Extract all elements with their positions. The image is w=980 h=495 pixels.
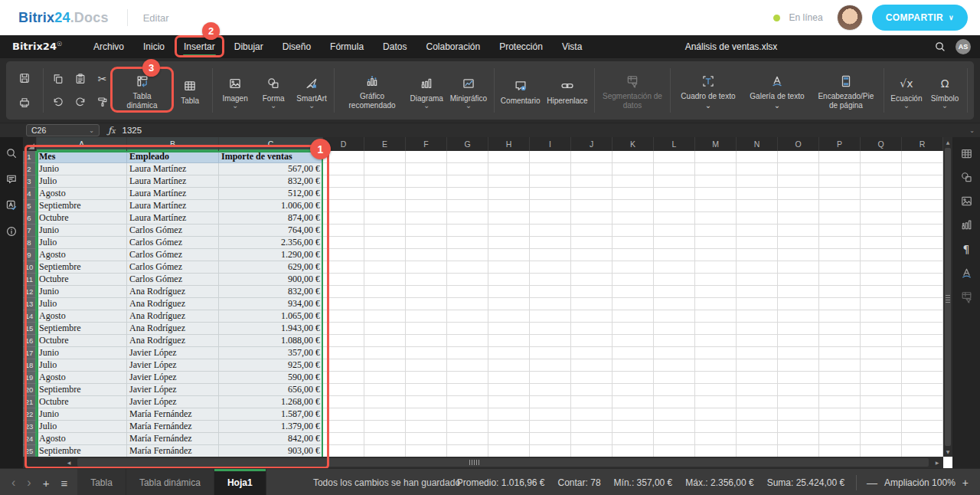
cell-Q16[interactable]: [861, 335, 902, 347]
cell-B12[interactable]: Ana Rodríguez: [127, 286, 219, 298]
cell-K22[interactable]: [612, 408, 654, 421]
cell-M19[interactable]: [695, 372, 737, 384]
col-header-Q[interactable]: Q: [861, 137, 902, 151]
cell-K20[interactable]: [612, 384, 654, 396]
cell-R3[interactable]: [902, 175, 943, 188]
cell-A25[interactable]: Septiembre: [37, 445, 127, 457]
cell-L8[interactable]: [654, 237, 695, 249]
row-header-11[interactable]: 11: [23, 274, 37, 286]
cell-P16[interactable]: [819, 335, 861, 347]
cell-D16[interactable]: [323, 335, 364, 347]
col-header-R[interactable]: R: [902, 137, 943, 151]
cell-M6[interactable]: [695, 212, 737, 225]
cell-M10[interactable]: [695, 261, 737, 274]
cell-G25[interactable]: [447, 445, 488, 457]
cell-K9[interactable]: [612, 249, 654, 261]
col-header-A[interactable]: A: [37, 137, 127, 151]
cell-A11[interactable]: Octubre: [37, 274, 127, 286]
cell-B8[interactable]: Carlos Gómez: [127, 237, 219, 249]
cell-R9[interactable]: [902, 249, 943, 261]
cell-J14[interactable]: [571, 310, 612, 323]
insert-diagram-button[interactable]: Diagrama⌄: [407, 73, 446, 109]
cell-F6[interactable]: [406, 212, 447, 225]
cell-H8[interactable]: [488, 237, 530, 249]
cell-D22[interactable]: [323, 408, 364, 421]
cell-F19[interactable]: [406, 372, 447, 384]
cell-K24[interactable]: [612, 433, 654, 445]
cell-C20[interactable]: 656,00 €: [219, 384, 323, 396]
cell-J7[interactable]: [571, 225, 612, 237]
cell-G3[interactable]: [447, 175, 488, 188]
cell-L10[interactable]: [654, 261, 695, 274]
insert-image-button[interactable]: Imagen⌄: [216, 73, 254, 109]
cell-I7[interactable]: [530, 225, 571, 237]
cell-M3[interactable]: [695, 175, 737, 188]
cell-L22[interactable]: [654, 408, 695, 421]
cell-D10[interactable]: [323, 261, 364, 274]
cell-R18[interactable]: [902, 359, 943, 372]
cell-F12[interactable]: [406, 286, 447, 298]
col-header-K[interactable]: K: [612, 137, 654, 151]
cell-H17[interactable]: [488, 347, 530, 359]
cell-I18[interactable]: [530, 359, 571, 372]
cell-R15[interactable]: [902, 323, 943, 335]
cell-P23[interactable]: [819, 421, 861, 433]
cell-Q17[interactable]: [861, 347, 902, 359]
cell-Q12[interactable]: [861, 286, 902, 298]
cell-L23[interactable]: [654, 421, 695, 433]
cell-L6[interactable]: [654, 212, 695, 225]
cell-D6[interactable]: [323, 212, 364, 225]
cell-J24[interactable]: [571, 433, 612, 445]
cell-E23[interactable]: [364, 421, 406, 433]
cell-H19[interactable]: [488, 372, 530, 384]
cell-D5[interactable]: [323, 200, 364, 212]
cell-E8[interactable]: [364, 237, 406, 249]
cell-B3[interactable]: Laura Martínez: [127, 175, 219, 188]
cell-C1[interactable]: Importe de ventas: [219, 151, 323, 163]
cell-K12[interactable]: [612, 286, 654, 298]
cell-J17[interactable]: [571, 347, 612, 359]
cell-G18[interactable]: [447, 359, 488, 372]
cell-A13[interactable]: Julio: [37, 298, 127, 310]
cell-D12[interactable]: [323, 286, 364, 298]
cell-O23[interactable]: [778, 421, 819, 433]
cell-I21[interactable]: [530, 396, 571, 408]
cell-J23[interactable]: [571, 421, 612, 433]
pivot-table-button[interactable]: Tabla dinámica3: [113, 70, 171, 111]
cell-B21[interactable]: Javier López: [127, 396, 219, 408]
cell-E6[interactable]: [364, 212, 406, 225]
cell-J13[interactable]: [571, 298, 612, 310]
cell-P8[interactable]: [819, 237, 861, 249]
cell-A22[interactable]: Junio: [37, 408, 127, 421]
cell-A6[interactable]: Octubre: [37, 212, 127, 225]
cell-E22[interactable]: [364, 408, 406, 421]
cell-L16[interactable]: [654, 335, 695, 347]
cell-J22[interactable]: [571, 408, 612, 421]
cell-J1[interactable]: [571, 151, 612, 163]
cell-F7[interactable]: [406, 225, 447, 237]
col-header-I[interactable]: I: [530, 137, 571, 151]
cell-O6[interactable]: [778, 212, 819, 225]
zoom-out-button[interactable]: —: [867, 477, 877, 488]
cell-F23[interactable]: [406, 421, 447, 433]
cell-M23[interactable]: [695, 421, 737, 433]
cell-C12[interactable]: 832,00 €: [219, 286, 323, 298]
add-sheet-icon[interactable]: +: [43, 477, 50, 489]
cell-A1[interactable]: Mes: [37, 151, 127, 163]
cell-M14[interactable]: [695, 310, 737, 323]
chevron-down-icon[interactable]: ⌄: [89, 127, 94, 134]
cell-Q23[interactable]: [861, 421, 902, 433]
cell-P4[interactable]: [819, 188, 861, 200]
cell-B24[interactable]: María Fernández: [127, 433, 219, 445]
header-footer-button[interactable]: Encabezado/Pie de página: [812, 70, 880, 111]
horizontal-scroll-thumb[interactable]: [77, 458, 929, 467]
cell-I22[interactable]: [530, 408, 571, 421]
col-header-J[interactable]: J: [571, 137, 612, 151]
sheet-list-icon[interactable]: ≡: [60, 477, 67, 489]
cell-C7[interactable]: 764,00 €: [219, 225, 323, 237]
cell-A9[interactable]: Agosto: [37, 249, 127, 261]
cell-P18[interactable]: [819, 359, 861, 372]
cell-L12[interactable]: [654, 286, 695, 298]
cell-N20[interactable]: [737, 384, 778, 396]
cell-I17[interactable]: [530, 347, 571, 359]
